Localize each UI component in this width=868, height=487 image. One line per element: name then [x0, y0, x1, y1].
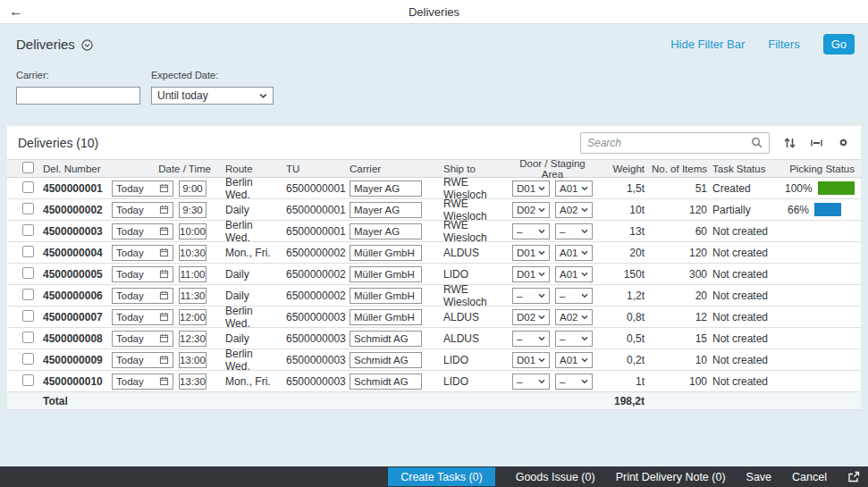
col-weight[interactable]: Weight — [597, 164, 646, 174]
date-input[interactable]: Today — [112, 374, 173, 390]
col-del-number[interactable]: Del. Number — [36, 164, 101, 174]
create-tasks-button[interactable]: Create Tasks (0) — [388, 467, 494, 486]
date-input[interactable]: Today — [112, 352, 173, 368]
row-checkbox[interactable] — [22, 181, 34, 193]
footer-toolbar: Create Tasks (0) Goods Issue (0) Print D… — [0, 466, 868, 487]
row-checkbox[interactable] — [22, 374, 34, 386]
date-input[interactable]: Today — [112, 288, 173, 304]
column-width-icon[interactable] — [810, 137, 823, 149]
carrier-input[interactable]: Müller GmbH — [350, 245, 422, 261]
search-icon[interactable] — [751, 137, 763, 148]
col-door-staging-area[interactable]: Door / Staging Area — [508, 158, 597, 180]
select-all-checkbox[interactable] — [22, 162, 34, 173]
time-input[interactable]: 10:00 — [179, 223, 206, 239]
time-input[interactable]: 9:00 — [179, 181, 206, 197]
time-input[interactable]: 9:30 — [179, 202, 206, 218]
door-select[interactable]: – — [512, 331, 550, 347]
door-select[interactable]: D02 — [512, 309, 550, 325]
row-checkbox[interactable] — [22, 289, 34, 300]
time-input[interactable]: 12:00 — [179, 309, 206, 325]
col-date-time[interactable]: Date / Time — [101, 164, 215, 174]
door-select[interactable]: D01 — [512, 181, 550, 197]
del-number: 4500000010 — [36, 375, 101, 388]
time-input[interactable]: 13:00 — [179, 352, 206, 368]
row-checkbox[interactable] — [22, 353, 34, 365]
date-input[interactable]: Today — [112, 266, 173, 282]
row-checkbox[interactable] — [22, 224, 34, 236]
date-input[interactable]: Today — [112, 309, 173, 325]
carrier-input[interactable]: Schmidt AG — [350, 374, 422, 390]
staging-area-select[interactable]: A02 — [555, 309, 593, 325]
staging-area-select[interactable]: – — [555, 331, 593, 347]
cancel-button[interactable]: Cancel — [792, 471, 827, 483]
col-tu[interactable]: TU — [280, 164, 345, 174]
staging-area-select[interactable]: A01 — [555, 245, 593, 261]
staging-area-select[interactable]: A01 — [555, 181, 593, 197]
door-select[interactable]: D01 — [512, 245, 550, 261]
date-input[interactable]: Today — [112, 223, 173, 239]
staging-area-select[interactable]: – — [555, 374, 593, 390]
carrier-input[interactable]: Mayer AG — [350, 223, 422, 239]
row-checkbox[interactable] — [22, 310, 34, 322]
carrier-input[interactable]: Müller GmbH — [350, 288, 422, 304]
door-select[interactable]: – — [512, 223, 550, 239]
row-checkbox[interactable] — [22, 332, 34, 343]
carrier-input[interactable]: Müller GmbH — [350, 266, 422, 282]
time-input[interactable]: 10:30 — [179, 245, 206, 261]
task-status: Not created — [709, 332, 785, 345]
date-input[interactable]: Today — [112, 181, 173, 197]
calendar-icon — [159, 183, 169, 193]
date-input[interactable]: Today — [112, 245, 173, 261]
carrier-input[interactable]: Schmidt AG — [350, 331, 422, 347]
back-arrow-icon[interactable]: ← — [9, 4, 23, 19]
row-checkbox[interactable] — [22, 246, 34, 257]
carrier-input[interactable]: Mayer AG — [350, 202, 422, 218]
settings-gear-icon[interactable] — [837, 136, 850, 149]
carrier-filter-input[interactable] — [16, 87, 140, 105]
door-select[interactable]: D01 — [512, 266, 550, 282]
expected-date-select[interactable]: Until today — [151, 87, 274, 105]
door-select[interactable]: D01 — [512, 352, 550, 368]
search-box[interactable] — [580, 132, 770, 154]
date-input[interactable]: Today — [112, 331, 173, 347]
carrier-input[interactable]: Mayer AG — [350, 181, 422, 197]
col-route[interactable]: Route — [215, 164, 280, 174]
col-ship-to[interactable]: Ship to — [441, 164, 508, 174]
staging-area-select[interactable]: – — [555, 288, 593, 304]
search-input[interactable] — [587, 137, 751, 149]
col-no-of-items[interactable]: No. of Items — [646, 164, 709, 174]
staging-area-select[interactable]: A02 — [555, 202, 593, 218]
variant-title[interactable]: Deliveries — [16, 37, 93, 52]
sort-icon[interactable] — [783, 137, 796, 149]
calendar-icon — [159, 376, 169, 386]
col-carrier[interactable]: Carrier — [345, 164, 441, 174]
print-delivery-note-button[interactable]: Print Delivery Note (0) — [616, 471, 726, 483]
save-button[interactable]: Save — [746, 471, 772, 483]
staging-area-select[interactable]: A01 — [555, 266, 593, 282]
hide-filter-bar-link[interactable]: Hide Filter Bar — [670, 38, 745, 51]
row-checkbox[interactable] — [22, 203, 34, 214]
time-input[interactable]: 12:30 — [179, 331, 206, 347]
goods-issue-button[interactable]: Goods Issue (0) — [516, 471, 595, 483]
go-button[interactable]: Go — [823, 34, 855, 55]
carrier-input[interactable]: Müller GmbH — [350, 309, 422, 325]
calendar-icon — [159, 290, 169, 300]
date-input[interactable]: Today — [112, 202, 173, 218]
table-row: 4500000005Today11:00Daily6500000002Mülle… — [7, 264, 861, 285]
staging-area-select[interactable]: – — [555, 223, 593, 239]
col-picking-status[interactable]: Picking Status — [785, 164, 861, 174]
time-input[interactable]: 11:00 — [179, 266, 206, 282]
col-task-status[interactable]: Task Status — [709, 164, 785, 174]
door-select[interactable]: – — [512, 374, 550, 390]
filters-link[interactable]: Filters — [768, 38, 799, 51]
chevron-down-icon — [538, 293, 545, 298]
row-checkbox[interactable] — [22, 267, 34, 279]
door-select[interactable]: D02 — [512, 202, 550, 218]
time-input[interactable]: 11:30 — [179, 288, 206, 304]
share-icon[interactable] — [847, 471, 860, 483]
door-select[interactable]: – — [512, 288, 550, 304]
time-input[interactable]: 13:30 — [179, 374, 206, 390]
chevron-down-circle-icon[interactable] — [81, 39, 93, 51]
staging-area-select[interactable]: A01 — [555, 352, 593, 368]
carrier-input[interactable]: Schmidt AG — [350, 352, 422, 368]
